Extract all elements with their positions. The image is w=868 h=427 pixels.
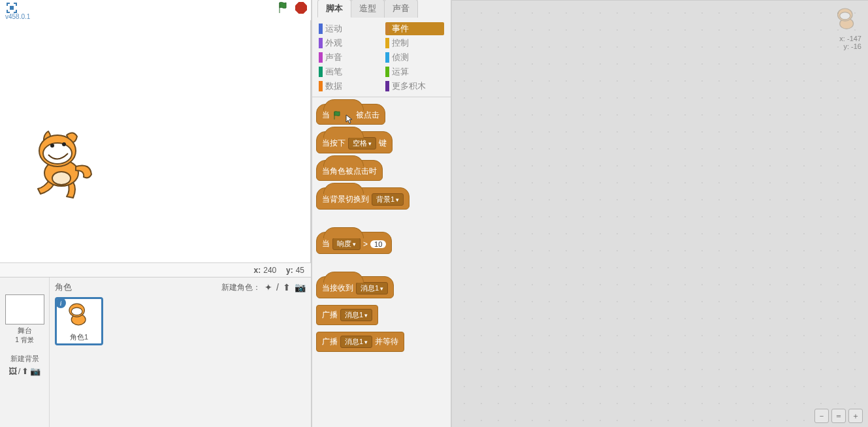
tab-scripts[interactable]: 脚本 [317, 0, 351, 18]
loudness-dropdown[interactable]: 响度 [332, 238, 361, 250]
stage[interactable] [0, 20, 311, 263]
backdrop-dropdown[interactable]: 背景1 [372, 193, 404, 206]
cat-looks[interactable]: 外观 [319, 37, 378, 50]
stage-pane: v458.0.1 [0, 0, 312, 427]
zoom-controls: － ＝ ＋ [814, 409, 863, 423]
zoom-out-button[interactable]: － [814, 409, 829, 423]
cat-data[interactable]: 数据 [319, 80, 378, 93]
tab-costumes[interactable]: 造型 [351, 0, 385, 18]
sprite-coords-readout: x: -147 y: -16 [833, 6, 861, 50]
cat-motion[interactable]: 运动 [319, 22, 378, 35]
stop-icon[interactable] [295, 2, 307, 14]
green-flag-mini-icon [332, 110, 343, 121]
block-when-loudness[interactable]: 当 响度 > 10 [316, 232, 392, 254]
cat-pen[interactable]: 画笔 [319, 65, 378, 78]
zoom-reset-button[interactable]: ＝ [831, 409, 846, 423]
sprite-on-stage[interactable] [30, 129, 95, 200]
block-when-receive[interactable]: 当接收到 消息1 [316, 276, 394, 298]
cat-operators[interactable]: 运算 [385, 65, 444, 78]
block-when-flag-clicked[interactable]: 当 被点击 [316, 104, 385, 125]
svg-point-19 [840, 12, 850, 20]
message-dropdown-1[interactable]: 消息1 [356, 282, 388, 294]
blocks-palette: 当 被点击 当按下 空格 键 当角色被点击时 当背景切换到 背景1 [312, 97, 451, 358]
scripts-area[interactable]: x: -147 y: -16 － ＝ ＋ [452, 0, 868, 427]
cat-control[interactable]: 控制 [385, 37, 444, 50]
new-backdrop-label: 新建背景 [3, 354, 46, 364]
stage-coords: x:240 y:45 [0, 263, 311, 277]
sprite-info-icon[interactable]: i [56, 298, 66, 308]
choose-sprite-icon[interactable]: ✦ [265, 282, 272, 293]
upload-sprite-icon[interactable]: ⬆ [283, 282, 291, 293]
sprites-header: 角色 [55, 281, 72, 293]
palette-pane: 脚本 造型 声音 运动 事件 外观 控制 声音 侦测 画笔 运算 数据 更多积木… [312, 0, 452, 427]
mini-sprite-icon [833, 6, 861, 35]
block-when-sprite-clicked[interactable]: 当角色被点击时 [316, 160, 383, 181]
sprite-thumbnail[interactable]: i 角色1 [55, 297, 103, 345]
tab-sounds[interactable]: 声音 [384, 0, 418, 18]
cat-sensing[interactable]: 侦测 [385, 51, 444, 64]
loudness-value[interactable]: 10 [370, 240, 386, 248]
block-broadcast[interactable]: 广播 消息1 [316, 305, 378, 325]
stage-thumb-column: 舞台 1 背景 新建背景 🖼 / ⬆ 📷 [0, 277, 50, 427]
svg-point-16 [71, 308, 82, 315]
sprite-name: 角色1 [70, 332, 88, 342]
block-categories: 运动 事件 外观 控制 声音 侦测 画笔 运算 数据 更多积木 [312, 18, 451, 97]
version-label: v458.0.1 [1, 13, 311, 20]
svg-point-13 [52, 172, 71, 185]
stage-thumbnail[interactable] [5, 294, 44, 324]
stage-label: 舞台 [3, 326, 46, 336]
backdrop-count: 1 背景 [3, 336, 46, 345]
paint-backdrop-icon[interactable]: / [18, 366, 21, 376]
cat-events[interactable]: 事件 [385, 22, 444, 35]
key-dropdown[interactable]: 空格 [348, 137, 376, 150]
cat-more[interactable]: 更多积木 [385, 80, 444, 93]
zoom-in-button[interactable]: ＋ [848, 409, 863, 423]
svg-point-12 [62, 142, 66, 146]
paint-sprite-icon[interactable]: / [276, 282, 279, 293]
new-sprite-label: 新建角色： [221, 282, 261, 293]
message-dropdown-2[interactable]: 消息1 [340, 309, 372, 321]
block-when-backdrop-switches[interactable]: 当背景切换到 背景1 [316, 187, 410, 210]
camera-sprite-icon[interactable]: 📷 [295, 282, 306, 293]
upload-backdrop-icon[interactable]: ⬆ [22, 366, 29, 376]
message-dropdown-3[interactable]: 消息1 [340, 336, 372, 348]
block-broadcast-wait[interactable]: 广播 消息1 并等待 [316, 332, 404, 352]
editor-tabs: 脚本 造型 声音 [312, 0, 451, 18]
choose-backdrop-icon[interactable]: 🖼 [8, 366, 17, 376]
block-when-key-pressed[interactable]: 当按下 空格 键 [316, 131, 393, 153]
svg-point-11 [50, 144, 54, 148]
camera-backdrop-icon[interactable]: 📷 [30, 366, 40, 376]
cat-sound[interactable]: 声音 [319, 51, 378, 64]
svg-rect-7 [10, 6, 14, 10]
